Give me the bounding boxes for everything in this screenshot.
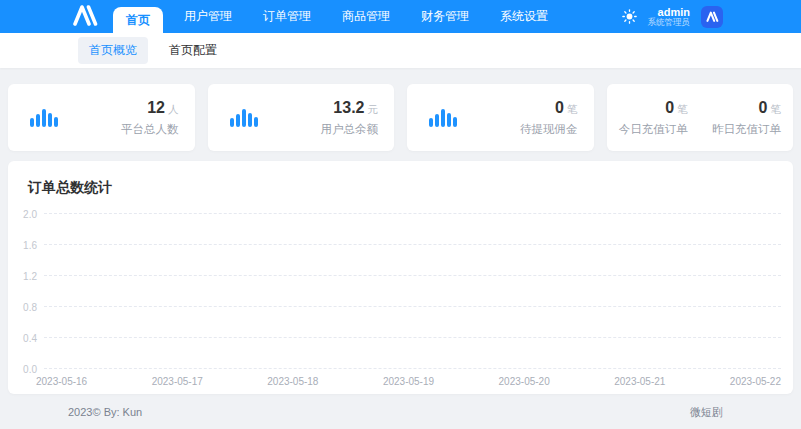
stat-card-pending-commission: 0笔 待提现佣金 [407,84,594,151]
gridline: 1.6 [44,244,781,245]
stat-unit: 元 [368,103,379,115]
nav-item-orders[interactable]: 订单管理 [253,0,321,33]
stats-row: 12人 平台总人数 13.2元 用户总余额 0笔 待提现佣金 0笔 今日充值订单 [8,84,793,151]
main-nav: 首页 用户管理 订单管理 商品管理 财务管理 系统设置 [113,0,569,33]
x-tick-label: 2023-05-20 [499,376,550,387]
stat-value: 0笔 [520,99,578,118]
x-axis-labels: 2023-05-16 2023-05-17 2023-05-18 2023-05… [36,376,781,387]
stat-block-yesterday: 0笔 昨日充值订单 [712,99,781,137]
x-tick-label: 2023-05-22 [730,376,781,387]
navbar-right: admin 系统管理员 [622,0,724,33]
footer-brand-text: 微短剧 [690,405,723,420]
bar-chart-icon [30,109,58,127]
stat-label: 平台总人数 [121,122,179,137]
stat-label: 用户总余额 [321,122,379,137]
gridline: 1.2 [44,275,781,276]
y-tick-label: 1.6 [23,240,37,251]
stat-unit: 笔 [567,103,578,115]
copyright-text: 2023© By: Kun [68,406,142,418]
y-tick-label: 0.0 [23,364,37,375]
bar-chart-icon [230,109,258,127]
x-tick-label: 2023-05-17 [152,376,203,387]
stat-unit: 人 [168,103,179,115]
stat-value: 13.2元 [321,99,379,118]
order-stats-chart-card: 订单总数统计 2.0 1.6 1.2 0.8 0.4 0.0 2023-05-1… [8,161,793,394]
avatar-logo-icon [706,11,719,22]
nav-item-finance[interactable]: 财务管理 [411,0,479,33]
stat-label: 待提现佣金 [520,122,578,137]
nav-item-products[interactable]: 商品管理 [332,0,400,33]
top-navbar: 首页 用户管理 订单管理 商品管理 财务管理 系统设置 admin 系统管理员 [0,0,801,33]
brand-logo [72,0,99,33]
y-tick-label: 1.2 [23,271,37,282]
nav-item-users[interactable]: 用户管理 [174,0,242,33]
stat-value: 0笔 [619,99,688,118]
chart-plot-area: 2.0 1.6 1.2 0.8 0.4 0.0 [44,213,781,368]
stat-value: 0笔 [712,99,781,118]
stat-unit: 笔 [770,103,781,115]
user-info[interactable]: admin 系统管理员 [648,6,691,27]
stat-block-today: 0笔 今日充值订单 [619,99,688,137]
x-tick-label: 2023-05-18 [267,376,318,387]
stat-card-total-users: 12人 平台总人数 [8,84,195,151]
stat-value: 12人 [121,99,179,118]
x-tick-label: 2023-05-21 [614,376,665,387]
bar-chart-icon [429,109,457,127]
stat-unit: 笔 [677,103,688,115]
stat-label: 今日充值订单 [619,122,688,137]
tab-home-config[interactable]: 首页配置 [158,37,228,64]
gridline: 0.8 [44,306,781,307]
footer: 2023© By: Kun 微短剧 [0,394,801,429]
gridline: 0.0 [44,368,781,369]
nav-item-settings[interactable]: 系统设置 [490,0,558,33]
y-tick-label: 0.8 [23,302,37,313]
stat-card-recharge-orders: 0笔 今日充值订单 0笔 昨日充值订单 [607,84,794,151]
y-tick-label: 2.0 [23,209,37,220]
x-tick-label: 2023-05-19 [383,376,434,387]
theme-sun-icon[interactable] [622,9,637,24]
x-tick-label: 2023-05-16 [36,376,87,387]
stat-block: 12人 平台总人数 [121,99,179,137]
stat-block: 0笔 待提现佣金 [520,99,578,137]
y-tick-label: 0.4 [23,333,37,344]
stat-card-total-balance: 13.2元 用户总余额 [208,84,395,151]
gridline: 2.0 [44,213,781,214]
main-content: 12人 平台总人数 13.2元 用户总余额 0笔 待提现佣金 0笔 今日充值订单 [0,68,801,394]
gridline: 0.4 [44,337,781,338]
avatar[interactable] [701,6,723,28]
stat-block: 13.2元 用户总余额 [321,99,379,137]
nav-item-home[interactable]: 首页 [113,7,163,33]
tab-home-overview[interactable]: 首页概览 [78,37,148,64]
stat-label: 昨日充值订单 [712,122,781,137]
sub-tabbar: 首页概览 首页配置 [0,33,801,68]
brand-logo-icon [72,4,99,30]
chart-title: 订单总数统计 [28,179,112,197]
user-role: 系统管理员 [648,18,691,27]
